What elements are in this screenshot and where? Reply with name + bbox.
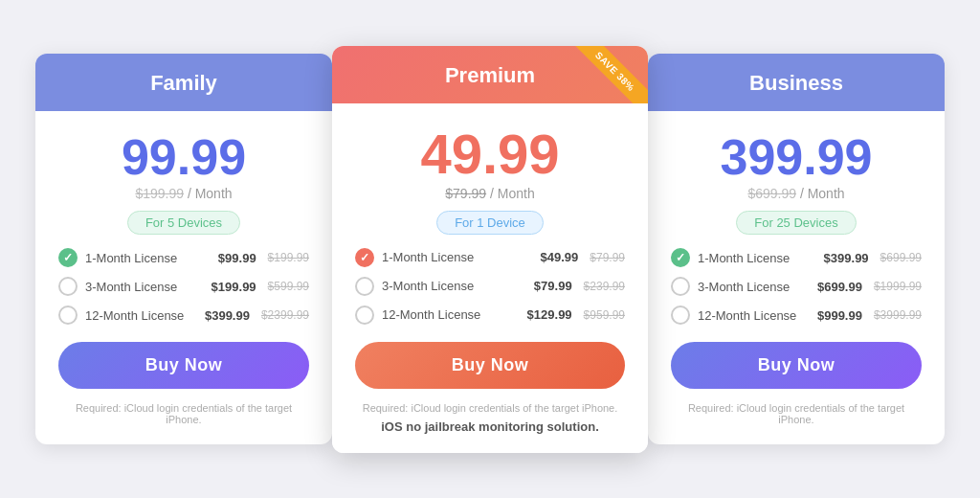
- business-header: Business: [648, 54, 945, 111]
- premium-license-3[interactable]: 12-Month License $129.99 $959.99: [355, 306, 625, 325]
- premium-disclaimer: Required: iCloud login credentials of th…: [355, 402, 625, 414]
- family-title: Family: [150, 71, 217, 95]
- family-device-badge: For 5 Devices: [127, 211, 240, 235]
- family-body: 99.99 $199.99 / Month For 5 Devices 1-Mo…: [35, 111, 332, 444]
- family-license-label-2: 3-Month License: [85, 280, 204, 294]
- premium-price-2: $79.99: [534, 279, 572, 293]
- premium-device-badge: For 1 Device: [436, 211, 544, 235]
- family-license-2[interactable]: 3-Month License $199.99 $599.99: [58, 277, 309, 296]
- family-license-label-3: 12-Month License: [85, 308, 197, 323]
- premium-buy-button[interactable]: Buy Now: [355, 342, 625, 389]
- premium-ios-note: iOS no jailbreak monitoring solution.: [355, 419, 625, 434]
- premium-title: Premium: [445, 63, 535, 87]
- premium-license-label-2: 3-Month License: [382, 279, 526, 293]
- family-old-price-line: $199.99 / Month: [58, 186, 309, 201]
- business-license-label-2: 3-Month License: [698, 280, 810, 294]
- family-radio-3[interactable]: [58, 306, 78, 325]
- family-license-3[interactable]: 12-Month License $399.99 $2399.99: [58, 306, 309, 325]
- business-license-2[interactable]: 3-Month License $699.99 $1999.99: [671, 277, 922, 296]
- business-main-price: 399.99: [671, 132, 922, 182]
- family-radio-2[interactable]: [58, 277, 78, 296]
- family-old-3: $2399.99: [261, 308, 309, 322]
- business-radio-1[interactable]: [671, 248, 690, 267]
- family-price-2: $199.99: [212, 280, 256, 294]
- business-device-badge: For 25 Devices: [736, 211, 856, 235]
- family-main-price: 99.99: [58, 132, 309, 182]
- business-body: 399.99 $699.99 / Month For 25 Devices 1-…: [648, 111, 945, 444]
- premium-old-price: $79.99: [445, 186, 486, 201]
- premium-card: Premium SAVE 38% 49.99 $79.99 / Month Fo…: [332, 46, 648, 453]
- premium-price-1: $49.99: [541, 250, 579, 264]
- premium-license-2[interactable]: 3-Month License $79.99 $239.99: [355, 277, 625, 296]
- business-radio-3[interactable]: [671, 306, 690, 325]
- premium-old-3: $959.99: [584, 308, 625, 322]
- family-price-3: $399.99: [205, 308, 250, 323]
- family-old-1: $199.99: [268, 251, 309, 264]
- business-price-3: $999.99: [817, 308, 862, 323]
- business-card: Business 399.99 $699.99 / Month For 25 D…: [648, 54, 945, 444]
- family-buy-button[interactable]: Buy Now: [58, 342, 309, 389]
- business-old-price: $699.99: [747, 186, 796, 201]
- premium-license-1[interactable]: 1-Month License $49.99 $79.99: [355, 248, 625, 267]
- business-old-price-line: $699.99 / Month: [671, 186, 922, 201]
- family-period: / Month: [188, 186, 233, 201]
- premium-main-price: 49.99: [355, 126, 625, 182]
- business-price-2: $699.99: [817, 280, 862, 294]
- business-period: / Month: [800, 186, 845, 201]
- family-price-1: $99.99: [218, 251, 256, 265]
- premium-radio-3[interactable]: [355, 306, 374, 325]
- premium-old-2: $239.99: [584, 280, 625, 293]
- business-old-3: $3999.99: [874, 308, 922, 322]
- business-license-label-1: 1-Month License: [698, 251, 816, 265]
- save-badge: SAVE 38%: [571, 46, 648, 103]
- business-disclaimer: Required: iCloud login credentials of th…: [671, 402, 922, 425]
- family-card: Family 99.99 $199.99 / Month For 5 Devic…: [35, 54, 332, 444]
- family-header: Family: [35, 54, 332, 111]
- premium-license-label-3: 12-Month License: [382, 307, 520, 322]
- business-price-1: $399.99: [824, 251, 869, 265]
- premium-body: 49.99 $79.99 / Month For 1 Device 1-Mont…: [332, 103, 648, 453]
- premium-price-3: $129.99: [527, 307, 572, 322]
- family-license-label-1: 1-Month License: [85, 251, 211, 265]
- business-license-label-3: 12-Month License: [698, 308, 810, 323]
- family-old-price: $199.99: [135, 186, 184, 201]
- business-license-1[interactable]: 1-Month License $399.99 $699.99: [671, 248, 922, 267]
- business-old-2: $1999.99: [874, 280, 922, 293]
- premium-old-price-line: $79.99 / Month: [355, 186, 625, 201]
- premium-license-label-1: 1-Month License: [382, 250, 533, 264]
- business-buy-button[interactable]: Buy Now: [671, 342, 922, 389]
- family-license-1[interactable]: 1-Month License $99.99 $199.99: [58, 248, 309, 267]
- premium-radio-2[interactable]: [355, 277, 374, 296]
- business-title: Business: [749, 71, 843, 95]
- family-old-2: $599.99: [268, 280, 309, 293]
- family-disclaimer: Required: iCloud login credentials of th…: [58, 402, 309, 425]
- premium-header: Premium SAVE 38%: [332, 46, 648, 103]
- family-radio-1[interactable]: [58, 248, 78, 267]
- premium-radio-1[interactable]: [355, 248, 374, 267]
- business-radio-2[interactable]: [671, 277, 690, 296]
- save-ribbon-container: SAVE 38%: [571, 46, 648, 103]
- premium-old-1: $79.99: [590, 251, 625, 264]
- business-old-1: $699.99: [880, 251, 922, 264]
- premium-period: / Month: [490, 186, 535, 201]
- business-license-3[interactable]: 12-Month License $999.99 $3999.99: [671, 306, 922, 325]
- pricing-cards: Family 99.99 $199.99 / Month For 5 Devic…: [21, 54, 959, 444]
